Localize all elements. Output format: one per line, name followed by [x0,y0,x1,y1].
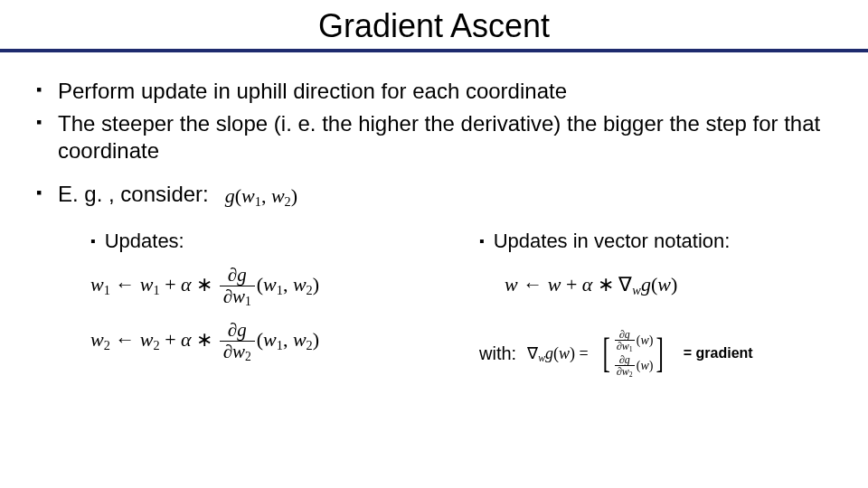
updates-heading: ▪ Updates: [90,230,470,253]
bullet-3: E. g. , consider: [36,181,209,208]
left-bracket-icon: [ [602,333,609,374]
bullet-1: Perform update in uphill direction for e… [36,78,832,105]
top-bullets: Perform update in uphill direction for e… [36,78,832,164]
columns: ▪ Updates: w1 ← w1 + α ∗ ∂g ∂w1 (w1, w2)… [36,230,832,379]
right-bracket-icon: ] [656,333,664,374]
matrix-row-1: ∂g ∂w1 (w) [613,329,654,353]
matrix-row-2: ∂g ∂w2 (w) [613,354,654,379]
vector-update-eq: w ← w + α ∗ ∇wg(w) [505,273,832,298]
grad-lhs: ∇wg(w) = [527,343,588,364]
update-eq-1: w1 ← w1 + α ∗ ∂g ∂w1 (w1, w2) [90,266,470,308]
bullet-icon: ▪ [479,233,485,249]
with-row: with: ∇wg(w) = [ ∂g ∂w1 (w) [479,329,832,379]
bullet-icon: ▪ [90,233,96,249]
slide-title: Gradient Ascent [0,0,868,49]
consider-function: g(w1, w2) [225,184,297,210]
with-label: with: [479,343,516,364]
gradient-matrix: [ ∂g ∂w1 (w) ∂g ∂w2 [599,329,667,379]
vector-heading-text: Updates in vector notation: [494,230,731,253]
vector-heading: ▪ Updates in vector notation: [479,230,832,253]
bullet-2: The steeper the slope (i. e. the higher … [36,110,832,164]
slide: Gradient Ascent Perform update in uphill… [0,0,868,488]
consider-row: E. g. , consider: g(w1, w2) [36,181,832,213]
updates-heading-text: Updates: [105,230,184,253]
left-column: ▪ Updates: w1 ← w1 + α ∗ ∂g ∂w1 (w1, w2)… [90,230,470,379]
update-eq-2: w2 ← w2 + α ∗ ∂g ∂w2 (w1, w2) [90,321,470,363]
slide-body: Perform update in uphill direction for e… [0,52,868,379]
right-column: ▪ Updates in vector notation: w ← w + α … [470,230,832,379]
gradient-label: = gradient [684,345,753,361]
